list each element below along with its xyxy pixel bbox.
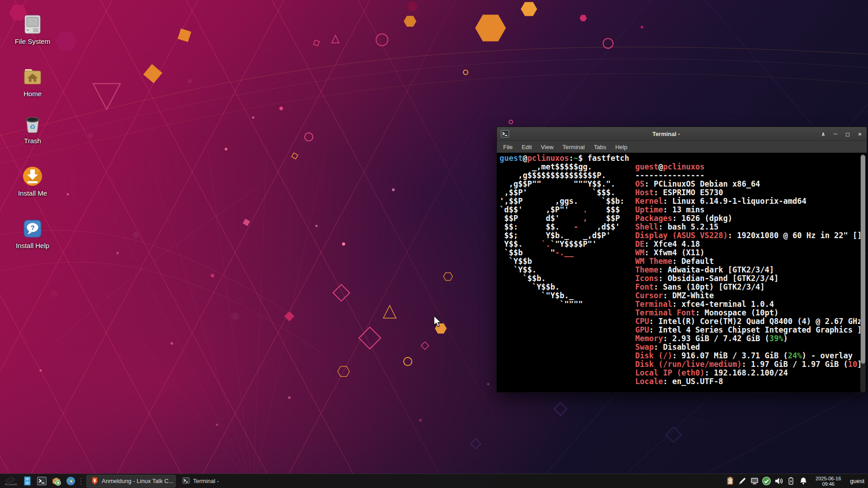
- clock-time: 09:46: [811, 481, 845, 487]
- taskbar-separator-handle: [79, 476, 83, 486]
- desktop-icon-install-help[interactable]: ? Install Help: [10, 218, 55, 249]
- desktop-icon-file-system[interactable]: File System: [10, 14, 55, 45]
- rollup-button[interactable]: ∧: [820, 131, 826, 137]
- desktop-icon-home[interactable]: Home: [10, 66, 55, 98]
- install-help-icon: ?: [22, 218, 43, 239]
- task-button-terminal-window[interactable]: Terminal -: [178, 475, 244, 487]
- file-manager-launcher[interactable]: [20, 474, 34, 488]
- task-button-label: Anmeldung - Linux Talk C...: [102, 478, 174, 484]
- svg-text:?: ?: [30, 224, 34, 231]
- update-notifier-tray-icon[interactable]: [760, 475, 773, 488]
- menu-item-file[interactable]: File: [499, 142, 517, 152]
- terminal-launcher[interactable]: [34, 474, 49, 488]
- pclinuxos-menu-label: PCLinuxOS: [5, 483, 17, 486]
- clipboard-manager-tray-icon[interactable]: [724, 475, 736, 488]
- terminal-content[interactable]: guest@pclinuxos:~$ fastfetch _,met$$$$$g…: [497, 153, 867, 392]
- pclinuxos-logo-icon: [5, 476, 17, 483]
- desktop-icon-trash[interactable]: ♻ Trash: [10, 113, 55, 145]
- power-manager-tray-icon[interactable]: [785, 475, 797, 488]
- terminal-icon: [182, 477, 190, 486]
- desktop-icon-label: Home: [24, 90, 42, 98]
- web-browser-launcher[interactable]: [63, 474, 78, 488]
- desktop-icon-label: Install Me: [18, 189, 47, 197]
- terminal-titlebar[interactable]: Terminal - ∧ ─ □ ×: [497, 127, 867, 141]
- terminal-output-info: guest@pclinuxos --------------- OS: PCLi…: [635, 163, 862, 386]
- window-title: Terminal -: [512, 131, 820, 137]
- user-label: guest: [850, 478, 864, 484]
- tablet-pen-tray-icon[interactable]: [736, 475, 748, 488]
- terminal-output-ascii: guest@pclinuxos:~$ fastfetch _,met$$$$$g…: [500, 154, 629, 309]
- maximize-button[interactable]: □: [844, 131, 851, 137]
- desktop-icon-label: Install Help: [16, 242, 49, 249]
- terminal-icon: [500, 129, 509, 138]
- task-button-browser-window[interactable]: Anmeldung - Linux Talk C...: [86, 475, 176, 488]
- clock-date: 2025-06-16: [811, 476, 845, 481]
- window-controls: ∧ ─ □ ×: [820, 131, 863, 137]
- task-button-label: Terminal -: [193, 478, 219, 484]
- terminal-menubar: File Edit View Terminal Tabs Help: [497, 141, 867, 153]
- notifications-bell-tray-icon[interactable]: [797, 475, 809, 488]
- display-settings-tray-icon[interactable]: [748, 475, 760, 488]
- menu-item-tabs[interactable]: Tabs: [589, 142, 610, 152]
- desktop: File System Home ♻: [0, 0, 868, 488]
- menu-item-help[interactable]: Help: [611, 142, 632, 152]
- taskbar: PCLinuxOS: [0, 474, 868, 488]
- terminal-window: Terminal - ∧ ─ □ × File Edit View Termin…: [496, 127, 867, 393]
- desktop-icon-install-me[interactable]: Install Me: [10, 165, 55, 197]
- svg-text:♻: ♻: [29, 123, 35, 131]
- home-icon: [22, 66, 43, 88]
- clock[interactable]: 2025-06-16 09:46: [811, 476, 845, 487]
- desktop-icon-label: Trash: [24, 137, 41, 145]
- menu-item-edit[interactable]: Edit: [517, 142, 536, 152]
- terminal-icon: [37, 476, 47, 486]
- minimize-button[interactable]: ─: [832, 131, 839, 137]
- file-cabinet-icon: [22, 476, 33, 486]
- brave-icon: [91, 476, 99, 486]
- terminal-scrollbar-thumb[interactable]: [861, 155, 865, 364]
- filesystem-icon: [22, 14, 43, 35]
- software-installer-launcher[interactable]: [49, 474, 63, 488]
- close-button[interactable]: ×: [857, 131, 863, 137]
- volume-tray-icon[interactable]: [773, 475, 785, 488]
- globe-browser-icon: [66, 476, 76, 486]
- install-me-icon: [22, 165, 43, 187]
- pclinuxos-menu-button[interactable]: PCLinuxOS: [2, 474, 20, 488]
- trash-icon: ♻: [22, 113, 43, 135]
- package-icon: [51, 476, 61, 486]
- terminal-scrollbar[interactable]: [860, 154, 866, 392]
- menu-item-terminal[interactable]: Terminal: [558, 142, 589, 152]
- desktop-icon-label: File System: [15, 38, 50, 45]
- menu-item-view[interactable]: View: [536, 142, 558, 152]
